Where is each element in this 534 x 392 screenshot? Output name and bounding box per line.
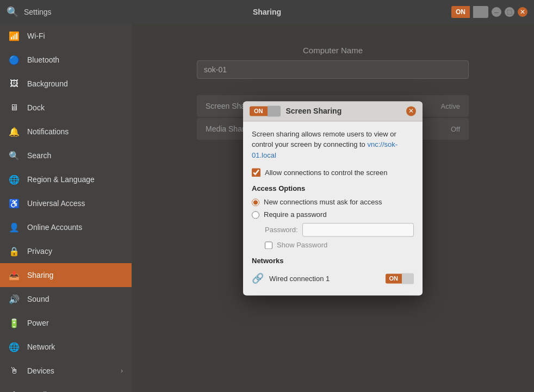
dock-icon: 🖥 — [9, 103, 20, 113]
password-row: Password: — [265, 223, 414, 237]
universal-icon: ♿ — [9, 198, 20, 209]
sidebar-item-sharing[interactable]: 📤 Sharing — [0, 263, 132, 287]
show-password-label: Show Password — [277, 241, 327, 249]
sidebar-item-power[interactable]: 🔋 Power — [0, 311, 132, 335]
sidebar-label-privacy: Privacy — [27, 247, 52, 256]
notifications-icon: 🔔 — [9, 127, 20, 137]
sidebar-item-bluetooth[interactable]: 🔵 Bluetooth — [0, 48, 132, 72]
window-controls: ON – □ ✕ — [451, 6, 527, 18]
network-name: Wired connection 1 — [269, 275, 380, 283]
sidebar-label-dock: Dock — [27, 103, 45, 112]
sidebar-item-details[interactable]: ℹ Details › — [0, 383, 132, 392]
wifi-icon: 📶 — [9, 31, 20, 41]
sidebar-label-sound: Sound — [27, 295, 49, 303]
privacy-icon: 🔒 — [9, 246, 20, 257]
radio-ask-label: New connections must ask for access — [264, 198, 382, 206]
allow-connections-label: Allow connections to control the screen — [265, 169, 387, 177]
search-sidebar-icon: 🔍 — [9, 151, 20, 161]
content-area: Computer Name Screen Sharing Active Medi… — [132, 24, 534, 392]
sidebar-label-bluetooth: Bluetooth — [27, 55, 59, 64]
header-toggle-track — [473, 6, 488, 18]
sidebar-label-devices: Devices — [27, 366, 54, 375]
app-title: Settings — [24, 8, 451, 16]
radio-password-input[interactable] — [252, 211, 259, 219]
sharing-icon: 📤 — [9, 270, 20, 281]
network-toggle: ON — [386, 273, 414, 284]
password-input[interactable] — [302, 223, 414, 237]
sidebar-item-background[interactable]: 🖼 Background — [0, 72, 132, 96]
sidebar-item-dock[interactable]: 🖥 Dock — [0, 96, 132, 120]
network-toggle-track — [402, 273, 414, 284]
modal-description: Screen sharing allows remote users to vi… — [252, 129, 414, 161]
modal-body: Screen sharing allows remote users to vi… — [243, 121, 423, 296]
header-toggle-on[interactable]: ON — [451, 6, 470, 18]
chevron-devices-icon: › — [121, 367, 123, 375]
online-icon: 👤 — [9, 222, 20, 233]
maximize-button[interactable]: □ — [505, 7, 514, 17]
bluetooth-icon: 🔵 — [9, 55, 20, 65]
sidebar-label-wifi: Wi-Fi — [27, 32, 45, 40]
sound-icon: 🔊 — [9, 294, 20, 304]
sidebar-item-privacy[interactable]: 🔒 Privacy — [0, 239, 132, 263]
radio-password-label: Require a password — [264, 210, 327, 219]
search-icon[interactable]: 🔍 — [7, 6, 18, 18]
main-layout: 📶 Wi-Fi 🔵 Bluetooth 🖼 Background 🖥 Dock … — [0, 24, 534, 392]
sidebar-item-search[interactable]: 🔍 Search — [0, 144, 132, 167]
sidebar-label-network: Network — [27, 343, 55, 351]
sidebar-label-region: Region & Language — [27, 175, 95, 184]
sidebar-label-power: Power — [27, 319, 49, 327]
access-options-title: Access Options — [252, 184, 414, 192]
devices-icon: 🖱 — [9, 366, 20, 376]
wired-connection-icon: 🔗 — [252, 272, 264, 284]
sidebar-label-universal: Universal Access — [27, 199, 85, 208]
radio-password-row: Require a password — [252, 210, 414, 219]
sidebar-item-region[interactable]: 🌐 Region & Language — [0, 167, 132, 191]
window-title: Sharing — [253, 8, 281, 16]
modal-toggle-track — [268, 105, 281, 116]
network-icon: 🌐 — [9, 342, 20, 352]
network-toggle-on-button[interactable]: ON — [386, 273, 402, 283]
sidebar-item-network[interactable]: 🌐 Network — [0, 335, 132, 359]
sidebar-item-sound[interactable]: 🔊 Sound — [0, 287, 132, 311]
region-icon: 🌐 — [9, 175, 20, 185]
sidebar-item-wifi[interactable]: 📶 Wi-Fi — [0, 24, 132, 48]
allow-connections-checkbox[interactable] — [252, 168, 260, 177]
close-button[interactable]: ✕ — [518, 7, 527, 17]
network-row: 🔗 Wired connection 1 ON — [252, 269, 414, 288]
sidebar-item-online[interactable]: 👤 Online Accounts — [0, 215, 132, 239]
modal-close-button[interactable]: ✕ — [406, 106, 416, 116]
sidebar-label-sharing: Sharing — [27, 271, 53, 279]
sidebar: 📶 Wi-Fi 🔵 Bluetooth 🖼 Background 🖥 Dock … — [0, 24, 132, 392]
networks-title: Networks — [252, 257, 414, 265]
details-icon: ℹ — [9, 390, 20, 393]
radio-ask-row: New connections must ask for access — [252, 198, 414, 206]
show-password-checkbox[interactable] — [265, 241, 272, 249]
modal-title: Screen Sharing — [286, 107, 401, 115]
modal-titlebar: ON Screen Sharing ✕ — [243, 101, 423, 121]
power-icon: 🔋 — [9, 318, 20, 328]
sidebar-label-online: Online Accounts — [27, 223, 82, 232]
sidebar-label-background: Background — [27, 79, 68, 88]
radio-ask-input[interactable] — [252, 198, 259, 206]
show-password-row: Show Password — [265, 241, 414, 249]
sidebar-item-notifications[interactable]: 🔔 Notifications — [0, 120, 132, 144]
minimize-button[interactable]: – — [492, 7, 501, 17]
sidebar-label-search: Search — [27, 151, 51, 160]
password-label: Password: — [265, 226, 298, 234]
titlebar: 🔍 Settings Sharing ON – □ ✕ — [0, 0, 534, 24]
modal-toggle: ON — [250, 105, 281, 116]
background-icon: 🖼 — [9, 79, 20, 89]
allow-connections-row: Allow connections to control the screen — [252, 168, 414, 177]
sidebar-label-notifications: Notifications — [27, 127, 69, 136]
screen-sharing-modal: ON Screen Sharing ✕ Screen sharing allow… — [243, 101, 423, 296]
sidebar-item-universal[interactable]: ♿ Universal Access — [0, 191, 132, 215]
sidebar-item-devices[interactable]: 🖱 Devices › — [0, 359, 132, 383]
modal-toggle-on-button[interactable]: ON — [250, 106, 268, 116]
